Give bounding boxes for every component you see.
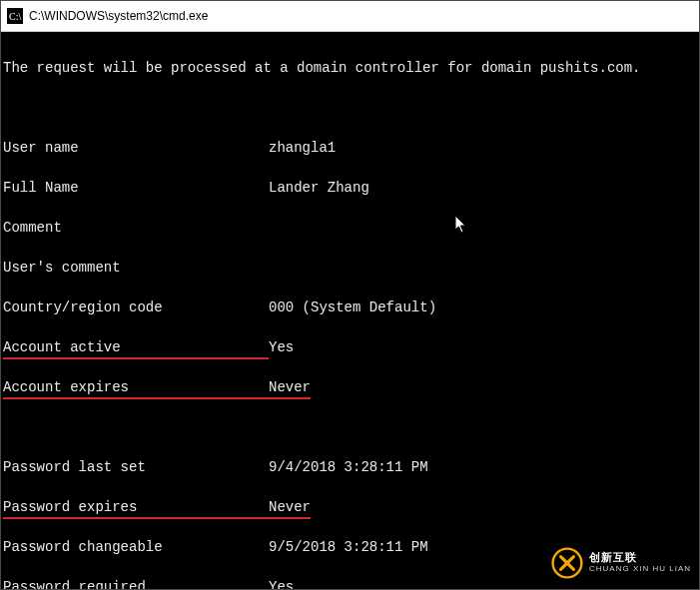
- lbl-pwd-expires: Password expires: [3, 497, 269, 519]
- lbl-comment: Comment: [3, 218, 62, 238]
- watermark: 创新互联 CHUANG XIN HU LIAN: [551, 547, 691, 579]
- window-title: C:\WINDOWS\system32\cmd.exe: [29, 9, 208, 23]
- lbl-account-expires: Account expires: [3, 377, 269, 399]
- watermark-sub: CHUANG XIN HU LIAN: [589, 563, 691, 575]
- val-pwd-changeable: 9/5/2018 3:28:11 PM: [269, 537, 428, 557]
- val-pwd-last-set: 9/4/2018 3:28:11 PM: [269, 457, 428, 477]
- lbl-pwd-required: Password required: [3, 577, 146, 590]
- lbl-user-name: User name: [3, 138, 79, 158]
- cmd-icon: C:\: [7, 8, 23, 24]
- lbl-pwd-last-set: Password last set: [3, 457, 146, 477]
- header-line: The request will be processed at a domai…: [3, 58, 641, 78]
- svg-text:C:\: C:\: [9, 11, 21, 22]
- terminal-output[interactable]: The request will be processed at a domai…: [1, 32, 699, 590]
- val-pwd-required: Yes: [269, 577, 294, 590]
- titlebar[interactable]: C:\ C:\WINDOWS\system32\cmd.exe: [1, 1, 699, 32]
- lbl-country: Country/region code: [3, 297, 163, 317]
- watermark-logo-icon: [551, 547, 583, 579]
- val-full-name: Lander Zhang: [269, 178, 369, 198]
- val-pwd-expires: Never: [269, 497, 311, 519]
- lbl-users-comment: User's comment: [3, 258, 121, 278]
- val-country: 000 (System Default): [269, 297, 436, 317]
- lbl-full-name: Full Name: [3, 178, 79, 198]
- val-user-name: zhangla1: [269, 138, 336, 158]
- val-account-active: Yes: [269, 337, 294, 357]
- watermark-main: 创新互联: [589, 551, 691, 563]
- lbl-account-active: Account active: [3, 337, 269, 359]
- lbl-pwd-changeable: Password changeable: [3, 537, 163, 557]
- val-account-expires: Never: [269, 377, 311, 399]
- cmd-window: C:\ C:\WINDOWS\system32\cmd.exe The requ…: [0, 0, 700, 590]
